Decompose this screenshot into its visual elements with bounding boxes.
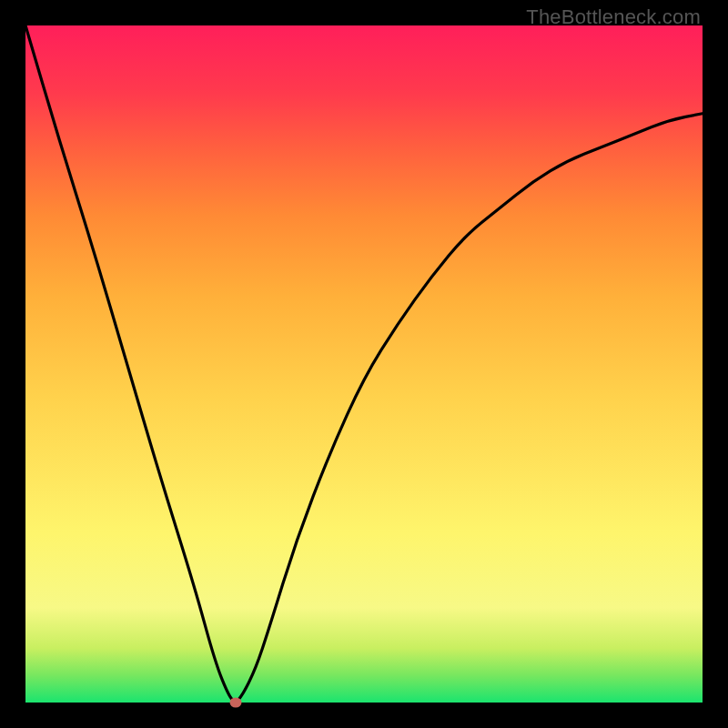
chart-frame: TheBottleneck.com [0, 0, 728, 728]
watermark-text: TheBottleneck.com [526, 5, 701, 29]
plot-area [25, 25, 703, 703]
optimum-marker [229, 698, 241, 708]
bottleneck-curve [25, 25, 703, 703]
